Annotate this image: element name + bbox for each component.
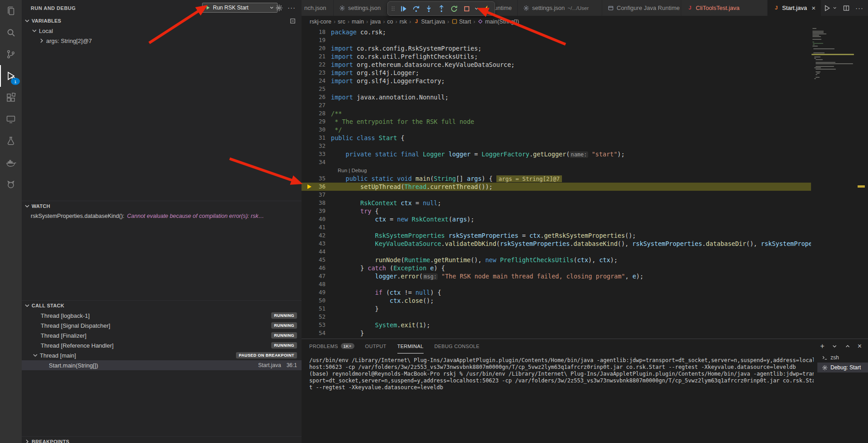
breakpoints-section-header[interactable]: BREAKPOINTS	[22, 437, 302, 443]
collapse-all-icon[interactable]	[289, 18, 296, 24]
breadcrumb-item-co[interactable]: co	[387, 19, 393, 25]
tab-settings-json-1[interactable]: settings.json	[334, 0, 389, 16]
activitybar-explorer[interactable]	[0, 0, 22, 22]
code-line-33[interactable]: 33 private static final Logger logger = …	[302, 150, 811, 158]
code-line-20[interactable]: 20import co.rsk.config.RskSystemProperti…	[302, 44, 811, 52]
line-number[interactable]: 38	[302, 199, 326, 207]
line-number[interactable]: 50	[302, 297, 326, 305]
line-number[interactable]: 33	[302, 150, 326, 158]
code-line-22[interactable]: 22import org.ethereum.datasource.KeyValu…	[302, 61, 811, 69]
more-actions-icon[interactable]: ···	[855, 4, 863, 12]
debug-step-into-button[interactable]	[423, 3, 434, 14]
panel-tab-debug-console[interactable]: DEBUG CONSOLE	[434, 339, 480, 353]
codelens-run-debug[interactable]: Run | Debug	[302, 166, 811, 174]
code-line-31[interactable]: 31public class Start {	[302, 134, 811, 142]
minimap[interactable]	[811, 27, 854, 339]
code-line-48[interactable]: 48	[302, 280, 811, 288]
tab-launch-json-partial[interactable]: nch.json	[302, 0, 334, 16]
line-number[interactable]: 25	[302, 85, 326, 93]
overview-ruler[interactable]	[854, 27, 868, 339]
code-line-26[interactable]: 26import javax.annotation.Nonnull;	[302, 93, 811, 101]
debug-restart-button[interactable]	[448, 3, 460, 14]
line-number[interactable]: 42	[302, 231, 326, 240]
scope-row-local[interactable]: Local	[22, 26, 302, 36]
code-line-30[interactable]: 30 */	[302, 126, 811, 134]
launch-config-dropdown[interactable]: Run RSK Start	[202, 3, 278, 13]
terminal-session-zsh[interactable]: zsh	[817, 353, 868, 363]
line-number[interactable]: 22	[302, 61, 326, 69]
tab-start-java[interactable]: JStart.java×	[768, 0, 821, 16]
code-line-23[interactable]: 23import org.slf4j.Logger;	[302, 69, 811, 77]
breadcrumb-item-start[interactable]: Start	[452, 19, 471, 25]
debug-step-over-button[interactable]	[410, 3, 422, 14]
line-number[interactable]: 46	[302, 264, 326, 272]
line-number[interactable]: 32	[302, 142, 326, 150]
code-line-49[interactable]: 49 if (ctx != null) {	[302, 288, 811, 297]
line-number[interactable]: 40	[302, 215, 326, 223]
debug-stop-button[interactable]	[461, 3, 472, 14]
code-line-39[interactable]: 39 try {	[302, 207, 811, 215]
code-line-54[interactable]: 54 }	[302, 329, 811, 337]
code-line-28[interactable]: 28/**	[302, 109, 811, 118]
code-line-38[interactable]: 38 RskContext ctx = null;	[302, 199, 811, 207]
code-line-27[interactable]: 27	[302, 101, 811, 109]
panel-tab-output[interactable]: OUTPUT	[365, 339, 387, 353]
activitybar-remote-explorer[interactable]	[0, 108, 22, 130]
breadcrumb-item-main[interactable]: main	[352, 19, 364, 25]
line-number[interactable]: 41	[302, 223, 326, 231]
breadcrumb-item-rskj-core[interactable]: rskj-core	[310, 19, 331, 25]
line-number[interactable]: 34	[302, 158, 326, 166]
maximize-panel-icon[interactable]	[844, 343, 851, 349]
thread-row[interactable]: Thread [main]PAUSED ON BREAKPOINT	[22, 350, 302, 360]
code-line-46[interactable]: 46 } catch (Exception e) {	[302, 264, 811, 272]
code-line-51[interactable]: 51 }	[302, 305, 811, 313]
code-line-45[interactable]: 45 runNode(Runtime.getRuntime(), new Pre…	[302, 256, 811, 264]
tab-configure-java-runtime[interactable]: Configure Java Runtime	[602, 0, 681, 16]
line-number[interactable]: 26	[302, 93, 326, 101]
thread-row[interactable]: Thread [Signal Dispatcher]RUNNING	[22, 320, 302, 330]
line-number[interactable]: 31	[302, 134, 326, 142]
activitybar-source-control[interactable]	[0, 43, 22, 65]
stack-frame-row[interactable]: Start.main(String[])Start.java36:1	[22, 360, 302, 370]
debug-continue-button[interactable]	[397, 3, 409, 14]
code-line-43[interactable]: 43 KeyValueDataSource.validateDbKind(rsk…	[302, 240, 811, 248]
line-number[interactable]: 28	[302, 109, 326, 118]
code-line-35[interactable]: 35 public static void main(String[] args…	[302, 174, 811, 183]
line-number[interactable]: 48	[302, 280, 326, 288]
line-number[interactable]: 19	[302, 36, 326, 44]
terminal-session-debug-start[interactable]: Debug: Start	[817, 363, 868, 372]
gear-icon[interactable]	[275, 4, 283, 12]
line-number[interactable]: 49	[302, 288, 326, 297]
line-number[interactable]: 43	[302, 240, 326, 248]
breadcrumb-item-rsk[interactable]: rsk	[400, 19, 407, 25]
line-number[interactable]: 27	[302, 101, 326, 109]
code-line-53[interactable]: 53 System.exit(1);	[302, 321, 811, 329]
code-line-32[interactable]: 32	[302, 142, 811, 150]
tab-settings-json-user[interactable]: settings.json~/.../User	[518, 0, 602, 16]
watch-section-header[interactable]: WATCH	[22, 201, 302, 211]
split-editor-icon[interactable]	[843, 5, 850, 12]
variable-row[interactable]: args: String[2]@7	[22, 36, 302, 46]
line-number[interactable]: 47	[302, 272, 326, 280]
close-panel-icon[interactable]: ×	[858, 343, 862, 349]
breadcrumb-item-src[interactable]: src	[338, 19, 345, 25]
watch-expression-row[interactable]: rskSystemProperties.databaseKind(): Cann…	[22, 211, 302, 221]
activitybar-docker[interactable]	[0, 152, 22, 174]
code-editor[interactable]: 18package co.rsk;1920import co.rsk.confi…	[302, 27, 868, 339]
code-line-36[interactable]: 36 setUpThread(Thread.currentThread());	[302, 183, 811, 191]
line-number[interactable]: 54	[302, 329, 326, 337]
new-terminal-icon[interactable]: +	[820, 343, 824, 349]
thread-row[interactable]: Thread [logback-1]RUNNING	[22, 311, 302, 320]
activitybar-testing[interactable]	[0, 130, 22, 152]
close-tab-icon[interactable]: ×	[811, 5, 816, 11]
line-number[interactable]: 29	[302, 118, 326, 126]
panel-tab-terminal[interactable]: TERMINAL	[397, 339, 424, 353]
line-number[interactable]: 24	[302, 77, 326, 85]
terminal-output[interactable]: /usr/bin/env /Library/Internet\ Plug-Ins…	[309, 357, 814, 443]
line-number[interactable]: 37	[302, 191, 326, 199]
line-number[interactable]: 36	[302, 183, 326, 191]
call-stack-section-header[interactable]: CALL STACK	[22, 301, 302, 311]
terminal-dropdown-icon[interactable]	[831, 343, 838, 349]
code-line-34[interactable]: 34	[302, 158, 811, 166]
run-icon[interactable]	[823, 5, 830, 12]
